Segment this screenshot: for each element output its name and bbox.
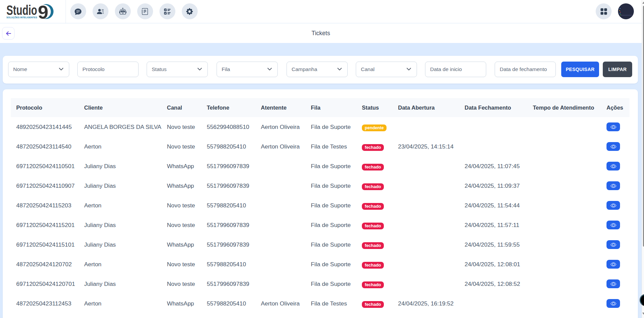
svg-text:9: 9 bbox=[38, 3, 48, 21]
svg-text:Studio: Studio bbox=[6, 3, 37, 18]
svg-text:SOLUÇÕES INTELIGENTES: SOLUÇÕES INTELIGENTES bbox=[6, 16, 37, 19]
